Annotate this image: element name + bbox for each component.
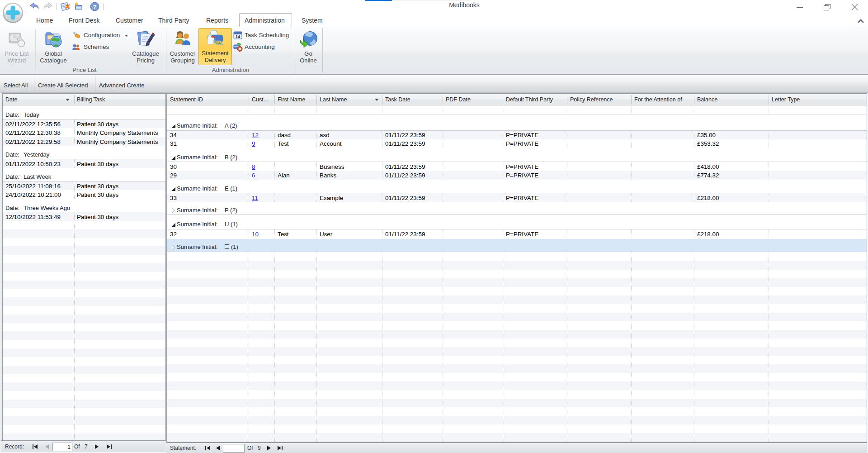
svg-text:14: 14 xyxy=(236,34,240,39)
svg-text:?: ? xyxy=(93,4,97,10)
